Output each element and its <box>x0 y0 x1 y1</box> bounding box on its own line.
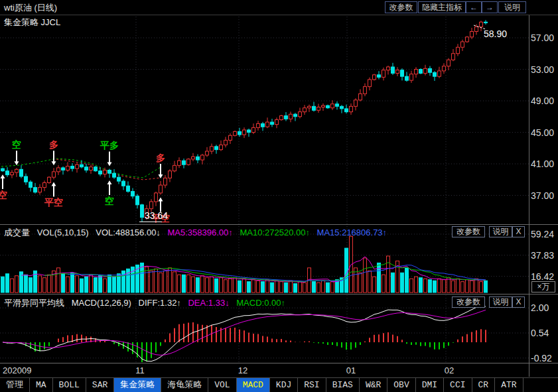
tool-sar[interactable]: SAR <box>86 378 114 392</box>
macd-pane-header: 平滑异同平均线 MACD(12,26,9) DIFF:1.32↑ DEA:1.3… <box>4 297 290 308</box>
tool-turtle[interactable]: 海龟策略 <box>161 378 208 392</box>
volume-close-button[interactable]: X <box>512 226 525 237</box>
macd-help-button[interactable]: 说明 <box>489 296 512 308</box>
macd-y-label: 0.54 <box>531 328 549 338</box>
x-axis-label: 11 <box>135 365 145 375</box>
tool-wr[interactable]: W&R <box>360 378 387 392</box>
volume-unit-badge: ×万 <box>531 281 555 293</box>
tool-jjcl[interactable]: 集金策略 <box>114 378 161 392</box>
volume-ma15-value: MA15:216806.73↑ <box>317 228 387 237</box>
volume-help-button[interactable]: 说明 <box>489 226 512 237</box>
tool-manage[interactable]: 管理 <box>0 378 30 392</box>
x-axis-label: 202009 <box>3 365 31 375</box>
change-params-button[interactable]: 改参数 <box>385 1 417 13</box>
volume-params: VOL(5,10,15) <box>37 228 89 237</box>
main-y-label: 37.00 <box>531 190 554 201</box>
macd-value: MACD:0.00↑ <box>236 298 285 308</box>
tool-dmi[interactable]: DMI <box>416 378 444 392</box>
macd-dea-value: DEA:1.33↓ <box>188 298 229 308</box>
macd-y-label: 2.00 <box>531 302 549 313</box>
svg-text:多: 多 <box>156 153 165 163</box>
prev-arrow-button[interactable]: ← <box>466 1 482 13</box>
hide-main-indicator-button[interactable]: 隐藏主指标 <box>418 1 466 13</box>
help-button[interactable]: 说明 <box>498 1 526 13</box>
vol-y-label: 37.83 <box>531 250 554 261</box>
tool-kdj[interactable]: KDJ <box>270 378 298 392</box>
vol-y-label: 59.24 <box>531 229 554 239</box>
macd-title: 平滑异同平均线 <box>4 298 64 308</box>
svg-text:空: 空 <box>0 190 7 200</box>
tool-atr[interactable]: ATR <box>495 378 523 392</box>
page-title: wti原油 (日线) <box>4 2 57 14</box>
tool-boll[interactable]: BOLL <box>53 378 86 392</box>
volume-value: VOL:488156.00↓ <box>96 228 161 237</box>
volume-ma10-value: MA10:272520.00↑ <box>240 228 310 237</box>
macd-close-button[interactable]: X <box>512 296 525 308</box>
indicator-toolbar: 管理 MA BOLL SAR 集金策略 海龟策略 VOL MACD KDJ RS… <box>0 377 558 392</box>
svg-text:33.64: 33.64 <box>145 210 168 221</box>
strategy-label: 集金策略 JJCL <box>4 17 60 29</box>
tool-macd[interactable]: MACD <box>237 378 270 392</box>
volume-ma5-value: MA5:358396.00↑ <box>168 228 233 237</box>
main-y-label: 53.00 <box>531 64 554 75</box>
macd-params: MACD(12,26,9) <box>72 298 131 308</box>
volume-pane-header: 成交量 VOL(5,10,15) VOL:488156.00↓ MA5:3583… <box>4 227 391 237</box>
volume-title: 成交量 <box>4 228 30 237</box>
chart-canvas[interactable]: 空空多平空平多空多平空33.6458.90 <box>0 0 558 377</box>
tool-cr[interactable]: CR <box>472 378 496 392</box>
tool-cci[interactable]: CCI <box>444 378 472 392</box>
tool-vol[interactable]: VOL <box>208 378 236 392</box>
macd-y-label: -0.92 <box>531 353 552 363</box>
tool-ma[interactable]: MA <box>30 378 53 392</box>
vol-y-label: 16.42 <box>531 271 554 282</box>
svg-text:平空: 平空 <box>44 197 63 208</box>
tool-rsi[interactable]: RSI <box>298 378 326 392</box>
main-y-label: 41.00 <box>531 159 554 169</box>
volume-change-params-button[interactable]: 改参数 <box>452 226 485 237</box>
main-y-label: 57.00 <box>531 33 554 43</box>
x-axis-label: 02 <box>445 365 454 375</box>
macd-change-params-button[interactable]: 改参数 <box>452 296 485 308</box>
top-bar: wti原油 (日线) 改参数 隐藏主指标 ← → 说明 <box>0 0 558 15</box>
svg-text:空: 空 <box>12 139 21 150</box>
next-arrow-button[interactable]: → <box>482 1 498 13</box>
tool-obv[interactable]: OBV <box>387 378 415 392</box>
svg-text:平多: 平多 <box>100 140 119 151</box>
main-y-label: 49.00 <box>531 96 554 106</box>
svg-text:58.90: 58.90 <box>484 29 507 39</box>
svg-text:空: 空 <box>105 196 114 206</box>
x-axis-label: 01 <box>346 365 356 375</box>
macd-diff-value: DIFF:1.32↑ <box>139 298 181 308</box>
main-y-label: 45.00 <box>531 127 554 138</box>
svg-text:多: 多 <box>49 139 58 150</box>
tool-bias[interactable]: BIAS <box>326 378 360 392</box>
x-axis-label: 12 <box>238 365 247 375</box>
